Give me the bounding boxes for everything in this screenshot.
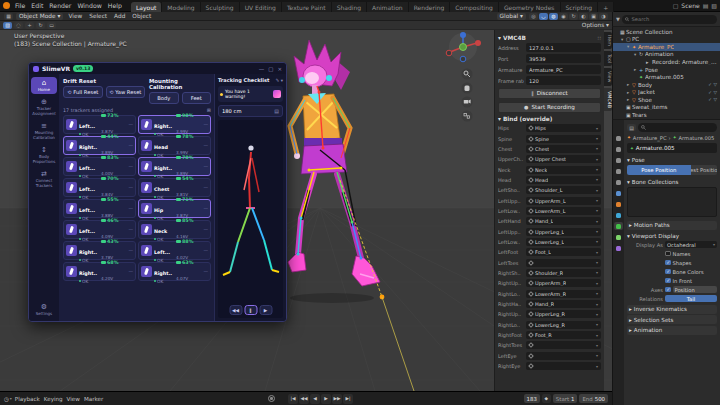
- workspace-tab[interactable]: Geometry Nodes: [499, 2, 561, 12]
- workspace-tab[interactable]: Scripting: [561, 2, 599, 12]
- snap-magnet-icon[interactable]: ◡: [539, 13, 548, 20]
- tracker-card[interactable]: Left... OK 70% 3.84V —: [63, 178, 136, 197]
- tracker-card[interactable]: Right.. OK 63% 4.07V —: [138, 262, 211, 281]
- properties-tab[interactable]: [614, 189, 623, 197]
- relations-toggle[interactable]: Tail: [665, 295, 717, 303]
- options-dropdown[interactable]: Options ▾: [582, 22, 609, 28]
- workspace-tab[interactable]: Animation: [367, 2, 409, 12]
- checkbox[interactable]: [665, 260, 671, 266]
- sidebar-tab[interactable]: Item: [604, 32, 612, 49]
- bone-select-field[interactable]: LowerArm_R▾: [526, 290, 601, 298]
- properties-search[interactable]: [638, 123, 717, 132]
- sidebar-tab[interactable]: Tool: [604, 51, 612, 66]
- bone-select-field[interactable]: Shoulder_R▾: [526, 269, 601, 277]
- bone-select-field[interactable]: Spine▾: [526, 135, 601, 143]
- workspace-tab[interactable]: Texture Paint: [282, 2, 332, 12]
- transport-button[interactable]: |◀: [288, 394, 298, 404]
- bone-select-field[interactable]: Foot_R▾: [526, 331, 601, 339]
- view-layer-icon[interactable]: ▤: [703, 2, 709, 9]
- slimevr-titlebar[interactable]: SlimeVR v0.13 —▢×: [29, 63, 286, 74]
- scene-selector[interactable]: Scene: [681, 2, 699, 9]
- tracker-card[interactable]: Right.. OK 43% 3.78V —: [63, 241, 136, 260]
- bone-select-field[interactable]: UpperArm_L▾: [526, 197, 601, 205]
- properties-tab[interactable]: [614, 167, 623, 175]
- viewport-menu[interactable]: Select: [87, 13, 109, 19]
- bone-select-field[interactable]: Upper Chest▾: [526, 155, 601, 163]
- bone-select-field[interactable]: UpperLeg_L▾: [526, 228, 601, 236]
- window-control-icon[interactable]: —: [259, 66, 265, 72]
- properties-tab[interactable]: [614, 134, 623, 142]
- start-recording-button[interactable]: ●Start Recording: [498, 102, 601, 113]
- bone-select-field[interactable]: LowerArm_L▾: [526, 207, 601, 215]
- gizmos-icon[interactable]: ↻: [569, 13, 578, 20]
- settings-button[interactable]: ⚙ Settings: [31, 301, 57, 318]
- rest-position-button[interactable]: Rest Position: [691, 165, 717, 175]
- transport-button[interactable]: ◀: [310, 394, 320, 404]
- shading-icon[interactable]: ◑: [599, 13, 608, 20]
- viewport-menu[interactable]: Object: [130, 13, 153, 19]
- rotate-tool-icon[interactable]: ↻: [36, 22, 45, 29]
- checkbox[interactable]: [665, 278, 671, 284]
- transport-button[interactable]: ▶|: [343, 394, 353, 404]
- editor-type-clock-icon[interactable]: ◷▾: [4, 396, 12, 402]
- bone-select-field[interactable]: UpperArm_R▾: [526, 279, 601, 287]
- bone-select-field[interactable]: Hips▾: [526, 124, 601, 132]
- mounting-button[interactable]: Feet: [182, 92, 212, 104]
- properties-tab[interactable]: [614, 244, 623, 252]
- nav-item[interactable]: ⇄ Connect Trackers: [31, 168, 57, 190]
- editor-type-icon[interactable]: ▦: [4, 13, 13, 20]
- tracker-card[interactable]: Right.. OK 78% 3.89V —: [138, 157, 211, 176]
- bone-select-field[interactable]: ▾: [526, 352, 601, 360]
- timeline-menu[interactable]: Marker: [84, 396, 103, 402]
- autokey-toggle[interactable]: [268, 395, 275, 402]
- properties-tab[interactable]: [614, 200, 623, 208]
- collapsed-section[interactable]: ▸Selection Sets: [627, 315, 717, 324]
- properties-tab[interactable]: [614, 156, 623, 164]
- bone-select-field[interactable]: ▾: [526, 259, 601, 267]
- properties-tab[interactable]: [614, 233, 623, 241]
- tracker-card[interactable]: Head OK 78% 3.99V —: [138, 136, 211, 155]
- topbar-menu[interactable]: Window: [74, 2, 104, 9]
- nav-item[interactable]: ⌂ Home: [31, 77, 57, 94]
- outliner-row[interactable]: ▸ Recorded: Armature_PC..: [613, 58, 720, 66]
- tracker-card[interactable]: Left... OK 83% 4.00V —: [63, 157, 136, 176]
- warning-banner[interactable]: You have 1 warning!: [218, 86, 283, 102]
- workspace-tab[interactable]: Shading: [332, 2, 367, 12]
- nav-item[interactable]: ↕ Body Proportions: [31, 144, 57, 166]
- axes-checkbox[interactable]: [665, 287, 671, 293]
- bone-select-field[interactable]: ▾: [526, 362, 601, 370]
- disconnect-button[interactable]: ‖Disconnect: [498, 88, 601, 99]
- outliner-search-input[interactable]: [631, 16, 714, 22]
- drift-reset-button[interactable]: ⟲Full Reset: [63, 86, 103, 98]
- properties-tab[interactable]: [614, 222, 623, 230]
- drift-reset-button[interactable]: ⟲Yaw Reset: [106, 86, 146, 98]
- window-control-icon[interactable]: ×: [277, 66, 282, 72]
- tracker-card[interactable]: Right.. OK 44% 3.89V —: [63, 136, 136, 155]
- outliner-row[interactable]: ▾ ▢ PC: [613, 36, 720, 44]
- outliner-row[interactable]: ▾ ✦ Armature_PC: [613, 43, 720, 51]
- transport-button[interactable]: ◀◀: [299, 394, 309, 404]
- properties-tab[interactable]: [614, 178, 623, 186]
- outliner-row[interactable]: ▾ ↻ Animation: [613, 51, 720, 59]
- frame-start-field[interactable]: Start1: [553, 394, 578, 403]
- move-tool-icon[interactable]: +: [25, 22, 34, 29]
- bone-select-field[interactable]: Shoulder_L▾: [526, 186, 601, 194]
- bone-select-field[interactable]: Neck▾: [526, 166, 601, 174]
- topbar-menu[interactable]: File: [12, 2, 28, 9]
- timeline-menu[interactable]: View: [67, 396, 80, 402]
- blender-logo-icon[interactable]: [3, 2, 10, 9]
- properties-filter-icon[interactable]: ▤: [627, 124, 636, 131]
- drag-handle-icon[interactable]: ∷: [598, 35, 601, 41]
- media-button[interactable]: ‖: [244, 305, 257, 315]
- viewport-menu[interactable]: View: [66, 13, 84, 19]
- outliner-row[interactable]: ▸ ▽ Shoe ✓ ▽: [613, 96, 720, 104]
- row-extra-icons[interactable]: ✓ ▽: [708, 82, 717, 87]
- display-as-dropdown[interactable]: Octahedral▾: [665, 241, 717, 249]
- proportional-edit-icon[interactable]: ◎: [529, 13, 538, 20]
- transport-button[interactable]: ▶▶: [332, 394, 342, 404]
- bone-select-field[interactable]: Hand_L▾: [526, 217, 601, 225]
- outliner-row[interactable]: ✦ Armature.005: [613, 73, 720, 81]
- cursor-tool-icon[interactable]: ◌: [14, 22, 23, 29]
- mode-dropdown[interactable]: Object Mode▾: [16, 13, 63, 20]
- bone-select-field[interactable]: Hand_R▾: [526, 300, 601, 308]
